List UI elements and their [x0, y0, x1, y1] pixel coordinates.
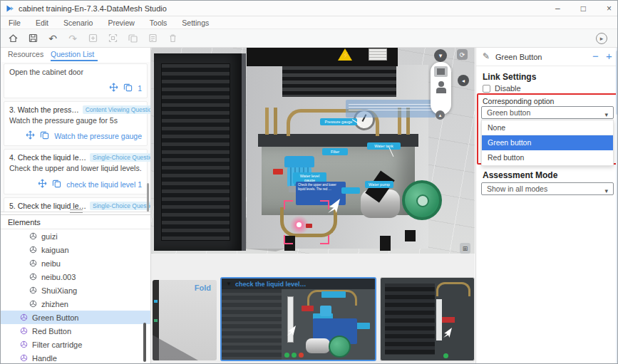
- move-icon[interactable]: [38, 178, 47, 191]
- tree-item-filter-cartridge[interactable]: Filter cartridge: [1, 338, 150, 351]
- label-filter: Filter: [322, 148, 348, 155]
- top-view-button[interactable]: [434, 66, 448, 77]
- elements-scrollbar[interactable]: [143, 323, 146, 362]
- undo-icon[interactable]: ↶: [47, 33, 58, 44]
- question-link[interactable]: check the liquid level 1: [66, 180, 142, 189]
- green-button-core: [297, 222, 302, 227]
- option-none[interactable]: None: [482, 120, 613, 135]
- menu-file[interactable]: File: [9, 19, 21, 27]
- thumb-title: check the liquid level…: [235, 281, 307, 288]
- collapse-triangle-icon[interactable]: ▼: [226, 281, 232, 287]
- corresponding-option-label: Corresponding option: [483, 97, 554, 105]
- fold-button[interactable]: Fold: [195, 284, 211, 292]
- thumb-status-dot: [284, 353, 289, 358]
- mesh-icon: [29, 286, 37, 294]
- expand-plus-button[interactable]: +: [606, 50, 612, 62]
- tree-item-shuixiang[interactable]: ShuiXiang: [1, 284, 150, 297]
- collapse-minus-button[interactable]: −: [592, 50, 599, 62]
- viewport-3d[interactable]: ⚡ Pressure gauge Water tank Filter Water…: [151, 48, 475, 254]
- panel-resize-handle[interactable]: [70, 209, 83, 213]
- scene-thumbnail-next[interactable]: [380, 277, 475, 361]
- corresponding-option-select[interactable]: Green button ▾: [481, 106, 614, 119]
- question-card-4[interactable]: 4. Check the liquid le… Single-Choice Qu…: [4, 149, 148, 194]
- thumb-filter: [320, 306, 331, 316]
- tree-item-neibu[interactable]: neibu: [1, 256, 150, 270]
- move-icon[interactable]: [26, 130, 35, 142]
- person-view-body: [436, 88, 446, 93]
- edit-pencil-icon[interactable]: ✎: [483, 51, 490, 61]
- save-icon[interactable]: [27, 33, 38, 44]
- mesh-icon: [20, 354, 28, 362]
- copy-icon[interactable]: [52, 178, 61, 191]
- close-button[interactable]: ×: [607, 4, 612, 14]
- option-red-button[interactable]: Red button: [482, 150, 613, 165]
- move-icon[interactable]: [109, 82, 118, 95]
- option-green-button[interactable]: Green button: [482, 135, 613, 150]
- maximize-button[interactable]: □: [581, 4, 586, 14]
- delete-icon[interactable]: [167, 33, 178, 44]
- person-view-button[interactable]: [438, 81, 444, 87]
- add-scene-icon[interactable]: [87, 33, 98, 44]
- tree-item-guizi[interactable]: guizi: [1, 229, 150, 243]
- selection-corner: [320, 200, 329, 209]
- disable-checkbox[interactable]: [483, 85, 490, 93]
- tree-item-green-button[interactable]: Green Button: [1, 311, 150, 324]
- tree-item-handle[interactable]: Handle: [1, 351, 150, 364]
- door-vents: [161, 63, 230, 241]
- menu-settings[interactable]: Settings: [182, 19, 209, 27]
- question-link[interactable]: Watch the pressure gauge: [54, 132, 142, 140]
- red-button-model[interactable]: [306, 224, 312, 228]
- filter-model: [284, 156, 314, 167]
- tree-item-label: Green Button: [32, 313, 78, 322]
- properties-panel: ✎ Green Button − + Link Settings Disable…: [475, 48, 618, 364]
- tab-resources[interactable]: Resources: [8, 50, 43, 58]
- mesh-icon: [29, 232, 37, 240]
- assessment-mode-select[interactable]: Show in all modes ▾: [481, 182, 614, 195]
- gizmo-collapse-button[interactable]: ▾: [434, 49, 447, 62]
- fit-view-icon[interactable]: [107, 33, 118, 44]
- notes-icon[interactable]: [147, 33, 158, 44]
- question-list-scrollbar[interactable]: [147, 183, 149, 212]
- tab-question-list[interactable]: Question List: [51, 50, 94, 58]
- scene-thumbnail-previous[interactable]: Fold: [153, 280, 217, 360]
- cabinet-door: [154, 53, 246, 251]
- gizmo-prev-button[interactable]: ◂: [458, 75, 469, 86]
- tree-item-label: zhizhen: [41, 300, 68, 308]
- question-type-badge: Content Viewing Question: [83, 105, 150, 114]
- redo-icon[interactable]: ↷: [67, 33, 78, 44]
- label-water-pump: Water pump: [365, 181, 393, 188]
- gizmo-reset-button[interactable]: ⟳: [457, 49, 468, 60]
- gizmo-up-button[interactable]: ▴: [436, 110, 445, 120]
- thumb-cylinder: [306, 338, 330, 353]
- menu-tools[interactable]: Tools: [150, 19, 168, 27]
- brand-logo-red: [273, 169, 283, 175]
- warning-bolt-icon: ⚡: [342, 52, 349, 58]
- tree-item-kaiguan[interactable]: kaiguan: [1, 243, 150, 256]
- question-link[interactable]: 1: [138, 84, 142, 93]
- scene-thumbnail-selected[interactable]: ▼ check the liquid level…: [220, 277, 376, 361]
- tree-item-label: neibu.003: [41, 273, 76, 281]
- thumb-chip: [154, 319, 158, 322]
- tree-item-red-button[interactable]: Red Button: [1, 324, 150, 338]
- question-card-3[interactable]: 3. Watch the press… Content Viewing Ques…: [4, 101, 148, 147]
- minimize-button[interactable]: –: [555, 4, 560, 14]
- datamesh-logo-icon: [6, 4, 14, 13]
- question-card-open-door[interactable]: Open the cabinet door 1: [4, 63, 148, 98]
- duplicate-icon[interactable]: [127, 33, 138, 44]
- machine-leg: [380, 236, 391, 251]
- tree-item-zhizhen[interactable]: zhizhen: [1, 297, 150, 311]
- label-small: [341, 187, 360, 194]
- preview-play-button[interactable]: ▸: [596, 33, 607, 44]
- menu-scenario[interactable]: Scenario: [63, 19, 93, 27]
- tree-item-neibu-003[interactable]: neibu.003: [1, 270, 150, 284]
- mesh-icon: [29, 300, 37, 308]
- menu-edit[interactable]: Edit: [36, 19, 48, 27]
- copper-pipe: [265, 108, 269, 135]
- home-icon[interactable]: [7, 33, 19, 44]
- mesh-icon: [20, 313, 28, 321]
- menu-preview[interactable]: Preview: [108, 19, 134, 27]
- grid-toggle-button[interactable]: ⊞: [460, 243, 470, 254]
- copy-icon[interactable]: [40, 130, 49, 142]
- copy-icon[interactable]: [123, 82, 133, 95]
- thumb-pointer-arrow: [443, 328, 452, 338]
